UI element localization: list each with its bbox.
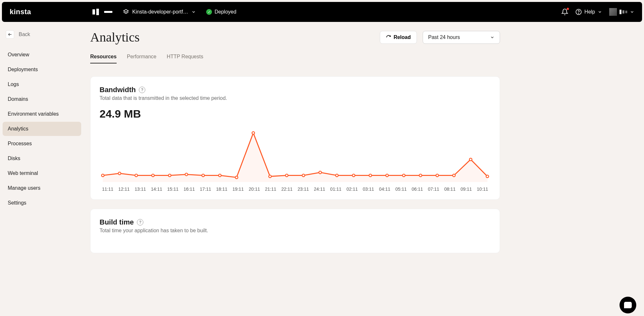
sidebar-item-env-vars[interactable]: Environment variables — [3, 107, 81, 121]
x-tick: 07:11 — [426, 187, 442, 192]
x-tick: 03:11 — [360, 187, 377, 192]
sidebar-item-disks[interactable]: Disks — [3, 151, 81, 166]
bandwidth-chart — [100, 127, 491, 182]
chevron-down-icon — [490, 35, 495, 40]
back-button[interactable] — [6, 30, 14, 39]
help-menu[interactable]: Help — [575, 9, 602, 15]
svg-point-7 — [152, 174, 154, 177]
analytics-tabs: Resources Performance HTTP Requests — [90, 51, 500, 63]
svg-point-18 — [336, 174, 338, 177]
avatar — [609, 8, 617, 16]
reload-label: Reload — [394, 34, 411, 40]
svg-point-11 — [218, 174, 221, 177]
svg-marker-0 — [123, 10, 128, 12]
tab-http-requests[interactable]: HTTP Requests — [167, 51, 203, 63]
svg-point-22 — [402, 174, 405, 177]
tab-performance[interactable]: Performance — [127, 51, 157, 63]
x-tick: 05:11 — [393, 187, 409, 192]
x-tick: 02:11 — [344, 187, 360, 192]
sidebar-item-logs[interactable]: Logs — [3, 77, 81, 91]
tab-resources[interactable]: Resources — [90, 51, 117, 63]
svg-point-25 — [453, 174, 455, 177]
chevron-down-icon — [598, 10, 602, 14]
x-tick: 04:11 — [377, 187, 393, 192]
svg-point-15 — [285, 174, 288, 177]
svg-point-26 — [469, 158, 472, 161]
svg-point-27 — [486, 175, 489, 178]
chevron-down-icon — [630, 10, 634, 14]
svg-point-9 — [185, 173, 188, 176]
x-tick: 12:11 — [116, 187, 132, 192]
sidebar-item-processes[interactable]: Processes — [3, 137, 81, 151]
svg-point-17 — [319, 171, 322, 174]
x-tick: 19:11 — [230, 187, 246, 192]
svg-point-19 — [352, 174, 355, 177]
info-icon[interactable]: ? — [139, 87, 145, 93]
help-label: Help — [584, 9, 595, 15]
logo: kinsta — [10, 8, 31, 16]
x-tick: 13:11 — [132, 187, 149, 192]
stack-icon — [123, 9, 129, 15]
bandwidth-card: Bandwidth ? Total data that is transmitt… — [90, 76, 500, 200]
x-tick: 15:11 — [165, 187, 181, 192]
svg-point-6 — [135, 174, 138, 177]
page-title: Analytics — [90, 30, 139, 45]
x-tick: 22:11 — [279, 187, 295, 192]
x-tick: 09:11 — [458, 187, 475, 192]
bandwidth-x-axis: 11:1112:1113:1114:1115:1116:1117:1118:11… — [100, 185, 491, 192]
svg-point-16 — [302, 174, 305, 177]
sidebar-item-domains[interactable]: Domains — [3, 92, 81, 106]
buildtime-title: Build time — [100, 218, 134, 226]
sidebar-item-manage-users[interactable]: Manage users — [3, 181, 81, 195]
sidebar-item-web-terminal[interactable]: Web terminal — [3, 166, 81, 180]
reload-button[interactable]: Reload — [380, 31, 417, 44]
x-tick: 20:11 — [246, 187, 263, 192]
svg-point-4 — [101, 174, 104, 177]
svg-point-20 — [369, 174, 372, 177]
main-content: Analytics Reload Past 24 hours Resources… — [84, 22, 509, 275]
buildtime-card: Build time ? Total time your application… — [90, 209, 500, 253]
user-menu[interactable] — [609, 8, 634, 16]
timerange-select[interactable]: Past 24 hours — [423, 31, 500, 44]
project-selector[interactable]: Kinsta-developer-portf… — [123, 9, 196, 15]
status-ok-icon: ✓ — [206, 9, 212, 15]
notifications-button[interactable] — [561, 8, 568, 15]
svg-point-23 — [419, 174, 422, 177]
x-tick: 16:11 — [181, 187, 197, 192]
reload-icon — [386, 35, 391, 40]
svg-point-12 — [235, 176, 238, 179]
x-tick: 06:11 — [409, 187, 426, 192]
svg-point-13 — [252, 132, 255, 134]
x-tick: 01:11 — [328, 187, 344, 192]
x-tick: 21:11 — [263, 187, 279, 192]
x-tick: 08:11 — [442, 187, 458, 192]
help-icon — [575, 9, 582, 15]
workspace-icon-placeholder — [92, 9, 112, 15]
sidebar-item-deployments[interactable]: Deployments — [3, 62, 81, 77]
svg-point-8 — [168, 174, 171, 177]
notification-badge — [567, 8, 569, 10]
deploy-status: ✓ Deployed — [206, 9, 236, 15]
user-placeholder — [620, 10, 627, 14]
chevron-down-icon — [191, 10, 196, 14]
svg-point-2 — [578, 13, 579, 14]
back-label: Back — [19, 32, 30, 37]
sidebar-item-settings[interactable]: Settings — [3, 196, 81, 210]
buildtime-subtitle: Total time your application has taken to… — [100, 228, 491, 234]
x-tick: 18:11 — [214, 187, 230, 192]
svg-point-5 — [118, 172, 121, 175]
topbar: kinsta Kinsta-developer-portf… ✓ Deploye… — [2, 2, 642, 22]
bandwidth-value: 24.9 MB — [100, 108, 491, 120]
bandwidth-subtitle: Total data that is transmitted in the se… — [100, 95, 491, 101]
bandwidth-title: Bandwidth — [100, 86, 136, 94]
x-tick: 10:11 — [474, 187, 491, 192]
x-tick: 17:11 — [197, 187, 214, 192]
svg-point-10 — [202, 174, 204, 177]
sidebar-item-overview[interactable]: Overview — [3, 48, 81, 62]
timerange-label: Past 24 hours — [428, 34, 460, 40]
svg-point-24 — [436, 174, 438, 177]
x-tick: 11:11 — [100, 187, 116, 192]
info-icon[interactable]: ? — [137, 219, 143, 225]
svg-point-14 — [269, 175, 271, 178]
sidebar-item-analytics[interactable]: Analytics — [3, 122, 81, 136]
